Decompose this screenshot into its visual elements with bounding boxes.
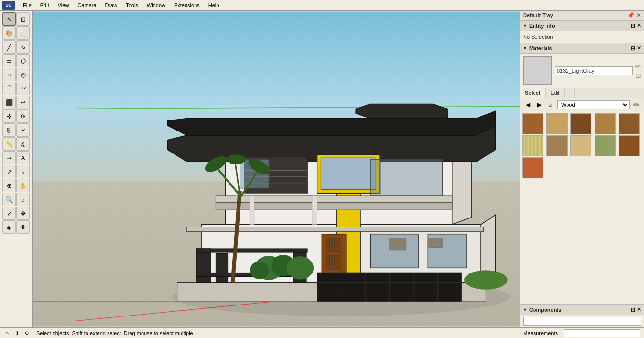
orbit-tool[interactable]: ◈ bbox=[2, 220, 16, 234]
text-tool[interactable]: A bbox=[16, 151, 30, 164]
tape-tool[interactable]: 📏 bbox=[2, 137, 16, 151]
material-swatch-7[interactable] bbox=[546, 135, 568, 156]
menu-item-window[interactable]: Window bbox=[143, 1, 169, 9]
section-tool[interactable]: ⬦ bbox=[16, 165, 30, 178]
svg-point-57 bbox=[250, 262, 269, 279]
status-icon-1[interactable]: ↖ bbox=[4, 329, 11, 337]
mat-forward-icon[interactable]: ▶ bbox=[535, 100, 544, 109]
svg-marker-18 bbox=[187, 227, 483, 232]
dimension-tool[interactable]: ⊸ bbox=[2, 151, 16, 164]
measurements-input[interactable] bbox=[564, 329, 640, 337]
entity-info-close-icon[interactable]: ✕ bbox=[637, 22, 641, 29]
component-tool[interactable]: ⊡ bbox=[16, 12, 30, 26]
no-selection-text: No Selection bbox=[523, 34, 553, 40]
paint-tool[interactable]: 🎨 bbox=[2, 26, 16, 40]
freehand-tool[interactable]: 〰 bbox=[16, 82, 30, 95]
components-search-input[interactable] bbox=[523, 317, 641, 326]
material-swatch-9[interactable] bbox=[595, 135, 616, 156]
polygon-tool[interactable]: ⬡ bbox=[16, 54, 30, 67]
status-icons: ↖ ℹ ⊙ bbox=[4, 329, 31, 337]
material-swatch-10[interactable] bbox=[619, 135, 640, 156]
tool-row-11: ⊸ A bbox=[2, 151, 30, 164]
zoom-tool[interactable]: ⌕ bbox=[16, 193, 30, 206]
material-edit-pencil-icon[interactable]: ✏ bbox=[635, 63, 641, 70]
zoom-window-tool[interactable]: 🔍 bbox=[2, 193, 16, 206]
menu-item-tools[interactable]: Tools bbox=[122, 1, 142, 9]
line-tool[interactable]: ╱ bbox=[2, 40, 16, 54]
curve-tool[interactable]: ⌒ bbox=[2, 82, 16, 95]
zoom-extents-tool[interactable]: ⤢ bbox=[2, 207, 16, 220]
entity-info-section-header[interactable]: ▼ Entity Info ⊞ ✕ bbox=[520, 21, 644, 31]
components-section-header[interactable]: ▼ Components ⊞ ✕ bbox=[520, 305, 644, 315]
materials-tab-edit[interactable]: Edit bbox=[546, 88, 565, 98]
svg-rect-63 bbox=[428, 238, 442, 248]
svg-point-58 bbox=[464, 270, 508, 289]
viewport[interactable] bbox=[33, 11, 520, 327]
status-icon-2[interactable]: ℹ bbox=[13, 329, 21, 337]
pushpull-tool[interactable]: ⬛ bbox=[2, 96, 16, 109]
tool-row-6: ⌒ 〰 bbox=[2, 82, 30, 95]
tool-row-12: ↗ ⬦ bbox=[2, 165, 30, 178]
materials-tab-select[interactable]: Select bbox=[520, 88, 546, 98]
tool-row-14: 🔍 ⌕ bbox=[2, 193, 30, 206]
axes-tool[interactable]: ↗ bbox=[2, 165, 16, 178]
erase-tool[interactable]: ⬜ bbox=[16, 26, 30, 40]
select-tool[interactable]: ↖ bbox=[2, 12, 16, 26]
components-close-icon[interactable]: ✕ bbox=[637, 306, 641, 313]
materials-section-header[interactable]: ▼ Materials ⊞ ✕ bbox=[520, 43, 644, 54]
arc-tool[interactable]: ∿ bbox=[16, 40, 30, 54]
tray-close-button[interactable]: ✕ bbox=[636, 12, 641, 19]
material-swatch-1[interactable] bbox=[522, 113, 543, 134]
mat-home-icon[interactable]: ⌂ bbox=[546, 100, 556, 109]
tool-row-15: ⤢ ✥ bbox=[2, 207, 30, 220]
circle-tool[interactable]: ○ bbox=[2, 68, 16, 81]
svg-rect-61 bbox=[370, 159, 442, 196]
tool-row-7: ⬛ ↩ bbox=[2, 96, 30, 109]
mat-sample-icon[interactable]: ✏ bbox=[632, 100, 641, 109]
menu-item-edit[interactable]: Edit bbox=[36, 1, 53, 9]
material-swatch-2[interactable] bbox=[546, 113, 568, 134]
menu-item-file[interactable]: File bbox=[19, 1, 35, 9]
materials-section: ✏ ⊞ Select Edit ◀ ▶ ⌂ Wood Brick and Cla… bbox=[520, 54, 644, 304]
rotate-tool[interactable]: ⟳ bbox=[16, 109, 30, 123]
svg-point-53 bbox=[227, 154, 246, 164]
measurements-label: Measurements bbox=[523, 330, 558, 336]
hand-tool[interactable]: ✋ bbox=[16, 179, 30, 192]
scale-tool[interactable]: ⎘ bbox=[2, 123, 16, 137]
follow-tool[interactable]: ↩ bbox=[16, 96, 30, 109]
mat-back-icon[interactable]: ◀ bbox=[523, 100, 533, 109]
menu-item-camera[interactable]: Camera bbox=[74, 1, 100, 9]
material-name-area bbox=[555, 66, 633, 75]
material-swatch-6[interactable] bbox=[522, 135, 543, 156]
offset-tool[interactable]: ◎ bbox=[16, 68, 30, 81]
material-swatch-11[interactable] bbox=[522, 157, 543, 178]
svg-rect-31 bbox=[335, 238, 341, 252]
menu-item-view[interactable]: View bbox=[54, 1, 73, 9]
menu-item-draw[interactable]: Draw bbox=[101, 1, 121, 9]
lookaround-tool[interactable]: 👁 bbox=[16, 220, 30, 234]
materials-tab-extra[interactable] bbox=[565, 88, 575, 98]
menu-item-extensions[interactable]: Extensions bbox=[170, 1, 204, 9]
tray-pin-button[interactable]: 📌 bbox=[627, 12, 634, 19]
material-category-select[interactable]: Wood Brick and Cladding Concrete Glass M… bbox=[557, 100, 630, 109]
material-swatch-8[interactable] bbox=[570, 135, 591, 156]
protractor-tool[interactable]: ∡ bbox=[16, 137, 30, 151]
material-swatch-4[interactable] bbox=[595, 113, 616, 134]
main-layout: ↖ ⊡ 🎨 ⬜ ╱ ∿ ▭ ⬡ ○ ◎ ⌒ 〰 ⬛ ↩ ✛ ⟳ bbox=[0, 11, 644, 327]
material-name-input[interactable] bbox=[555, 66, 633, 75]
pan-tool[interactable]: ✥ bbox=[16, 207, 30, 220]
material-options-icon[interactable]: ⊞ bbox=[635, 72, 641, 79]
trim-tool[interactable]: ✂ bbox=[16, 123, 30, 137]
walkthrough-tool[interactable]: ⊕ bbox=[2, 179, 16, 192]
materials-tabs: Select Edit bbox=[520, 88, 644, 98]
material-swatch-5[interactable] bbox=[619, 113, 640, 134]
components-expand-icon[interactable]: ⊞ bbox=[631, 306, 635, 313]
materials-expand-icon[interactable]: ⊞ bbox=[631, 45, 635, 52]
status-icon-3[interactable]: ⊙ bbox=[23, 329, 31, 337]
menu-item-help[interactable]: Help bbox=[205, 1, 223, 9]
entity-info-expand-icon[interactable]: ⊞ bbox=[631, 22, 635, 29]
material-swatch-3[interactable] bbox=[570, 113, 591, 134]
materials-close-icon[interactable]: ✕ bbox=[637, 45, 641, 52]
rect-tool[interactable]: ▭ bbox=[2, 54, 16, 67]
move-tool[interactable]: ✛ bbox=[2, 109, 16, 123]
